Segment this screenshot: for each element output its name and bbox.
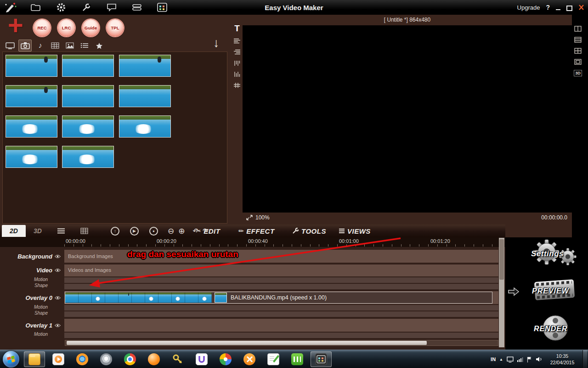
taskbar-editor-button[interactable] (263, 351, 284, 367)
menu-views[interactable]: VIEWS (339, 226, 371, 236)
tab-3d[interactable]: 3D (27, 225, 49, 237)
media-thumbnail[interactable] (119, 55, 171, 77)
layout-rows-icon[interactable] (574, 37, 582, 43)
taskbar-green-app-button[interactable] (287, 351, 308, 367)
layout-split-vertical-icon[interactable] (574, 26, 582, 32)
guide-button[interactable]: Guide (82, 19, 99, 36)
zoom-out-icon[interactable]: ⊖ (168, 227, 174, 235)
media-thumbnail[interactable] (6, 146, 57, 168)
vertical-align-top-icon[interactable] (234, 60, 241, 66)
taskbar-easy-video-maker-button[interactable] (311, 351, 332, 367)
help-button[interactable]: ? (546, 4, 550, 11)
vertical-align-bottom-icon[interactable] (234, 71, 241, 77)
overlay1-track-row[interactable] (64, 319, 498, 332)
tpl-button[interactable]: TPL (107, 19, 124, 36)
close-button[interactable] (578, 5, 584, 10)
taskbar-clock[interactable]: 10:35 22/04/2015 (546, 353, 579, 366)
align-right-icon[interactable] (233, 49, 241, 55)
taskbar-pinwheel-app-button[interactable] (215, 351, 236, 367)
view-3d-button[interactable]: 3D (574, 70, 582, 76)
table-grid-icon[interactable] (49, 40, 61, 51)
download-arrow-icon[interactable]: ↓ (213, 36, 220, 50)
track-label-overlay1[interactable]: Overlay 1 (0, 321, 61, 330)
tab-2d[interactable]: 2D (2, 225, 26, 237)
media-thumbnail[interactable] (6, 115, 57, 138)
taskbar-key-app-button[interactable] (167, 351, 188, 367)
volume-icon[interactable] (536, 356, 542, 362)
overlay1-motion-row[interactable] (64, 333, 498, 338)
move-up-button[interactable]: ↑ (111, 227, 119, 236)
clip-frame-thumbnail[interactable] (185, 293, 198, 303)
track-list-icon[interactable] (57, 228, 65, 234)
media-thumbnail[interactable] (62, 115, 114, 138)
screen-capture-icon[interactable] (4, 40, 16, 51)
media-thumbnail[interactable] (6, 85, 57, 107)
preview-button[interactable]: PREVIEW (528, 275, 584, 310)
favorites-star-icon[interactable] (93, 40, 105, 51)
maximize-button[interactable] (566, 6, 572, 11)
eye-icon[interactable] (55, 323, 61, 328)
clip-frame-thumbnail[interactable] (119, 293, 132, 303)
lrc-button[interactable]: LRC (58, 19, 75, 36)
fit-expand-icon[interactable] (246, 215, 253, 220)
minimize-button[interactable] (556, 9, 560, 10)
media-thumbnail[interactable] (119, 85, 171, 107)
upgrade-link[interactable]: Upgrade (517, 4, 540, 11)
media-thumbnail[interactable] (119, 115, 171, 138)
media-thumbnail[interactable] (6, 55, 57, 77)
show-desktop-button[interactable] (582, 350, 587, 368)
eye-icon[interactable] (55, 296, 61, 300)
timeline-ruler[interactable]: 00:00:00 00:00:20 00:00:40 00:01:00 00:0… (0, 237, 505, 247)
photos-camera-icon[interactable] (18, 40, 32, 52)
record-button[interactable]: ● (149, 227, 158, 236)
image-icon[interactable] (63, 40, 76, 51)
eye-icon[interactable] (55, 268, 61, 272)
track-label-background[interactable]: Background (0, 252, 61, 261)
clip-current-frame-thumbnail[interactable] (215, 293, 227, 303)
settings-gear-icon[interactable] (55, 2, 67, 13)
media-thumbnail[interactable] (62, 55, 114, 77)
clip-frame-thumbnail[interactable] (105, 293, 119, 303)
clip-frame-thumbnail[interactable] (65, 293, 79, 303)
video-track-row[interactable] (64, 264, 498, 276)
settings-button[interactable]: Settings (524, 237, 588, 273)
zoom-in-icon[interactable]: ⊕ (178, 227, 185, 235)
preview-canvas[interactable] (243, 25, 572, 213)
overlay0-motion-row[interactable] (64, 305, 498, 310)
align-left-icon[interactable] (233, 38, 241, 44)
music-icon[interactable]: ♪ (34, 40, 46, 51)
feedback-chat-icon[interactable] (106, 2, 118, 13)
taskbar-u-app-button[interactable] (191, 351, 212, 367)
action-center-flag-icon[interactable] (527, 356, 532, 362)
horizontal-scroll-thumb[interactable] (67, 341, 427, 345)
track-label-overlay0[interactable]: Overlay 0 (0, 293, 61, 302)
video-shape-row[interactable] (64, 284, 498, 289)
display-tray-icon[interactable] (507, 356, 514, 362)
layout-quad-icon[interactable] (574, 48, 582, 54)
grid-icon[interactable] (233, 82, 241, 88)
play-button[interactable]: ▶ (130, 227, 139, 236)
timeline-horizontal-scrollbar[interactable] (65, 340, 498, 346)
clip-frame-thumbnail[interactable] (92, 293, 105, 303)
media-thumbnail[interactable] (62, 146, 114, 168)
media-stack-icon[interactable] (131, 2, 143, 13)
taskbar-explorer-button[interactable] (24, 351, 45, 367)
clip-frame-thumbnail[interactable] (172, 293, 185, 303)
vertical-scroll-thumb[interactable] (499, 239, 504, 280)
clip-frame-thumbnail[interactable] (158, 293, 172, 303)
tools-wrench-icon[interactable] (80, 2, 92, 13)
timeline-clip-balikbandung[interactable]: BALIKBANDUNG.mp4 (speed x 1.00) (65, 292, 492, 304)
render-button[interactable]: RENDER (529, 311, 584, 348)
clip-frame-thumbnail[interactable] (145, 293, 158, 303)
layout-inset-icon[interactable] (574, 59, 582, 65)
text-list-icon[interactable] (78, 40, 90, 51)
open-project-folder-icon[interactable] (30, 2, 42, 13)
expand-right-arrow-icon[interactable] (507, 286, 520, 299)
template-grid-icon[interactable] (156, 2, 168, 13)
taskbar-chrome-button[interactable] (119, 351, 141, 367)
network-signal-icon[interactable] (517, 357, 523, 362)
taskbar-gray-browser-button[interactable] (96, 351, 117, 367)
start-button[interactable] (3, 351, 19, 368)
taskbar-xampp-button[interactable] (239, 351, 260, 367)
eye-icon[interactable] (55, 254, 61, 259)
